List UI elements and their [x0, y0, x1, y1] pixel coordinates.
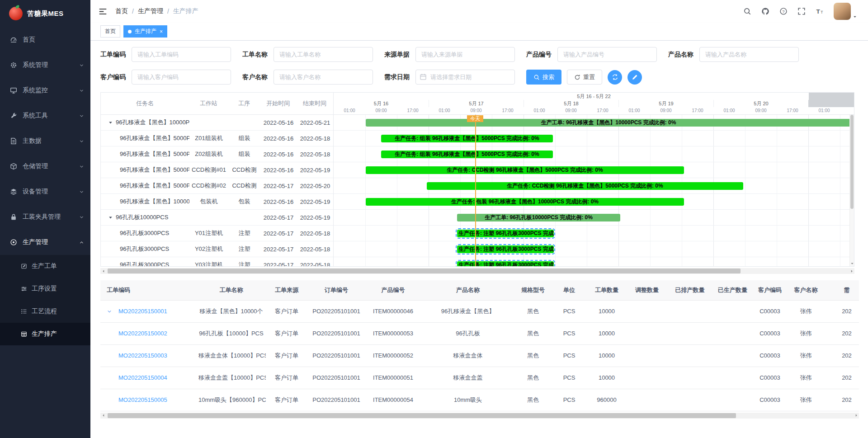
filter-input[interactable]	[415, 47, 515, 62]
sidebar-item-system-tools[interactable]: 系统工具	[0, 103, 90, 128]
filter-input[interactable]	[132, 47, 231, 62]
submenu-item-process-flow[interactable]: 工艺流程	[0, 300, 90, 323]
sidebar-item-system-management[interactable]: 系统管理	[0, 52, 90, 78]
order-code-link[interactable]: MO202205150001	[118, 308, 167, 315]
row-expand-icon[interactable]	[107, 309, 112, 314]
gantt-bar[interactable]: 生产工单: 96孔移液盒【黑色】10000PCS 完成比例: 0%	[366, 119, 851, 127]
gantt-task-row[interactable]: 96孔孔板3000PCSY01注塑机注塑2022-05-172022-05-18	[101, 226, 333, 241]
gantt-task-row[interactable]: 96孔移液盒【黑色】5000PZ02组装机组装2022-05-162022-05…	[101, 146, 333, 162]
order-cell: ITEM00000046	[365, 300, 421, 322]
filter-label: 工单编码	[100, 51, 126, 59]
breadcrumb-item[interactable]: 生产管理	[138, 7, 163, 15]
order-code-cell[interactable]: MO202205150005	[100, 389, 197, 411]
filter-input[interactable]	[699, 47, 799, 62]
gantt-task-row[interactable]: 96孔移液盒【黑色】5000PZ01组装机组装2022-05-162022-05…	[101, 131, 333, 146]
gantt-bar[interactable]: 生产任务: 组装 96孔移液盒【黑色】5000PCS 完成比例: 0%	[381, 151, 553, 158]
scroll-left-arrow[interactable]	[100, 413, 106, 419]
reset-button[interactable]: 重置	[567, 70, 602, 85]
tab-close-icon[interactable]: ×	[160, 29, 163, 34]
app-logo[interactable]: 苦糖果MES	[0, 0, 90, 27]
order-cell: C00003	[753, 367, 787, 389]
refresh-round-button[interactable]	[608, 70, 622, 85]
filter-field: 工单编码	[100, 47, 231, 62]
sidebar-item-equipment-management[interactable]: 设备管理	[0, 179, 90, 204]
scroll-left-arrow[interactable]	[100, 268, 106, 274]
tri-down-icon[interactable]	[850, 262, 854, 265]
gantt-bar[interactable]: 生产任务: 注塑 96孔孔板3000PCS 完成	[457, 261, 554, 266]
sidebar-item-label: 系统管理	[23, 61, 79, 69]
scroll-right-arrow[interactable]	[849, 268, 854, 274]
order-code-link[interactable]: MO202205150005	[118, 396, 167, 403]
gantt-task-row[interactable]: 96孔孔板10000PCS2022-05-172022-05-19	[101, 210, 333, 226]
gantt-bar[interactable]: 生产任务: 组装 96孔移液盒【黑色】5000PCS 完成比例: 0%	[381, 135, 553, 142]
gantt-vertical-scrollbar[interactable]	[849, 115, 854, 266]
caret-down-icon[interactable]	[108, 215, 113, 220]
gantt-bar[interactable]: 生产任务: CCD检测 96孔移液盒【黑色】5000PCS 完成比例: 0%	[366, 166, 684, 174]
order-code-link[interactable]: MO202205150004	[118, 374, 167, 381]
search-button[interactable]: 搜索	[526, 70, 561, 85]
order-code-link[interactable]: MO202205150002	[118, 330, 167, 337]
fullscreen-icon[interactable]	[797, 7, 806, 15]
order-row[interactable]: MO202205150004移液盒盒盖【10000】PCS客户订单PO20220…	[100, 367, 859, 389]
tab-0[interactable]: 首页	[100, 25, 120, 38]
order-cell: 黑色	[515, 367, 551, 389]
user-menu[interactable]	[834, 3, 857, 20]
gantt-task-row[interactable]: 96孔移液盒【黑色】10000包装机包装2022-05-162022-05-19	[101, 194, 333, 210]
filter-input[interactable]	[132, 70, 231, 85]
gantt-bar[interactable]: 生产任务: 注塑 96孔孔板3000PCS 完成	[457, 230, 554, 237]
gantt-task-row[interactable]: 96孔移液盒【黑色】5000PCCD检测#02CCD检测2022-05-1720…	[101, 178, 333, 194]
gantt-task-row[interactable]: 96孔孔板3000PCSY02注塑机注塑2022-05-172022-05-18	[101, 241, 333, 257]
order-code-cell[interactable]: MO202205150001	[100, 300, 197, 322]
sidebar-item-master-data[interactable]: 主数据	[0, 128, 90, 154]
order-row[interactable]: MO20220515000510mm吸头【960000】PCS客户订单PO202…	[100, 389, 859, 411]
order-cell: ITEM00000053	[365, 322, 421, 344]
gantt-task-row[interactable]: 96孔孔板3000PCSY03注塑机注塑2022-05-172022-05-18	[101, 257, 333, 266]
github-icon[interactable]	[761, 7, 769, 15]
gantt-column-header: 任务名	[101, 99, 189, 108]
sidebar-item-warehouse-management[interactable]: 仓储管理	[0, 154, 90, 179]
gantt-bar[interactable]: 生产任务: 包装 96孔移液盒【黑色】10000PCS 完成比例: 0%	[366, 198, 684, 206]
submenu-item-production-workorder[interactable]: 生产工单	[0, 255, 90, 278]
filter-input[interactable]	[415, 70, 515, 85]
fontsize-icon[interactable]: TT	[816, 7, 824, 15]
edit-round-button[interactable]	[627, 70, 642, 85]
filter-field: 来源单据	[384, 47, 515, 62]
sidebar-toggle-icon[interactable]	[99, 7, 107, 16]
gantt-task-row[interactable]: 96孔移液盒【黑色】5000PCCD检测#01CCD检测2022-05-1620…	[101, 162, 333, 178]
gantt-task-row[interactable]: 96孔移液盒【黑色】10000PC2022-05-162022-05-21	[101, 115, 333, 131]
scroll-down-arrow[interactable]	[850, 261, 854, 266]
caret-down-icon[interactable]	[108, 120, 113, 125]
filter-input[interactable]	[274, 47, 373, 62]
tab-1[interactable]: 生产排产×	[123, 25, 167, 38]
gantt-bar[interactable]: 生产任务: CCD检测 96孔移液盒【黑色】5000PCS 完成比例: 0%	[427, 182, 743, 190]
order-code-cell[interactable]: MO202205150002	[100, 322, 197, 344]
breadcrumb-item[interactable]: 首页	[115, 7, 128, 15]
question-icon[interactable]: ?	[779, 7, 788, 15]
gantt-horizontal-scrollbar[interactable]	[100, 268, 854, 274]
gantt-bar[interactable]: 生产任务: 注塑 96孔孔板3000PCS 完成	[457, 245, 554, 253]
sidebar-item-system-monitor[interactable]: 系统监控	[0, 78, 90, 103]
submenu-item-process-settings[interactable]: 工序设置	[0, 278, 90, 300]
sidebar-item-fixture-management[interactable]: 工装夹具管理	[0, 204, 90, 230]
filter-input[interactable]	[274, 70, 373, 85]
order-row[interactable]: MO20220515000296孔孔板【10000】PCS客户订单PO20220…	[100, 322, 859, 344]
search-icon[interactable]	[743, 7, 751, 15]
submenu-item-production-scheduling[interactable]: 生产排产	[0, 323, 90, 345]
scrollbar-thumb[interactable]	[108, 413, 736, 418]
sidebar-item-label: 系统工具	[23, 112, 79, 120]
gantt-bar[interactable]: 生产工单: 96孔孔板10000PCS 完成比例: 0%	[457, 214, 620, 221]
order-row[interactable]: MO202205150003移液盒盒体【10000】PCS客户订单PO20220…	[100, 344, 859, 367]
gantt-day-label: 5月 19	[618, 100, 713, 107]
scroll-right-arrow[interactable]	[853, 413, 859, 419]
sidebar-item-home[interactable]: 首页	[0, 27, 90, 52]
scrollbar-thumb[interactable]	[850, 115, 854, 209]
order-code-cell[interactable]: MO202205150004	[100, 367, 197, 389]
orders-horizontal-scrollbar[interactable]	[100, 413, 859, 419]
filter-input[interactable]	[557, 47, 657, 62]
order-code-cell[interactable]: MO202205150003	[100, 344, 197, 367]
gantt-chart-area: 生产工单: 96孔移液盒【黑色】10000PCS 完成比例: 0%生产任务: 组…	[334, 115, 854, 266]
sidebar-item-production-management[interactable]: 生产管理	[0, 230, 90, 255]
order-row[interactable]: MO202205150001移液盒【黑色】10000个客户订单PO2022051…	[100, 300, 859, 322]
order-code-link[interactable]: MO202205150003	[118, 352, 167, 359]
scrollbar-thumb[interactable]	[108, 268, 741, 273]
